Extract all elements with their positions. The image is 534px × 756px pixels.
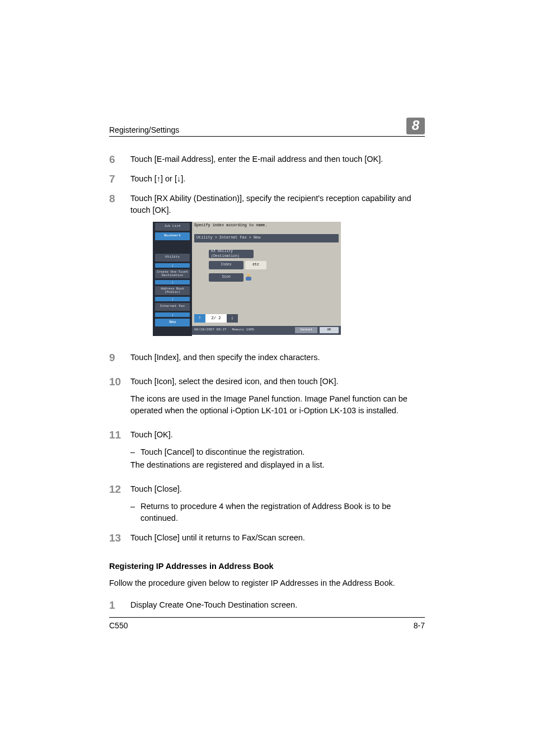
- step-text: Touch [E-mail Address], enter the E-mail…: [130, 153, 425, 165]
- step-number: 7: [109, 173, 130, 186]
- icon-button[interactable]: Icon: [209, 273, 243, 282]
- step-para: The destinations are registered and disp…: [130, 459, 425, 471]
- page-nav: ↑ 2/ 2 ↓: [194, 314, 238, 323]
- device-top-message: Specify index according to name.: [194, 223, 268, 228]
- section-title: Registering/Settings: [109, 125, 179, 134]
- sidebar-job-list[interactable]: Job List: [155, 223, 190, 231]
- device-main: Specify index according to name. Utility…: [192, 222, 341, 335]
- page-down-arrow[interactable]: ↓: [227, 314, 238, 323]
- step-para: Touch [Index], and then specify the inde…: [130, 352, 425, 363]
- step-number: 13: [109, 532, 130, 545]
- step-body: Touch [Index], and then specify the inde…: [130, 352, 425, 369]
- step-1: 1 Display Create One-Touch Destination s…: [109, 599, 425, 612]
- step-8: 8 Touch [RX Ability (Destination)], spec…: [109, 193, 425, 345]
- sub-bullet: Touch [Cancel] to discontinue the regist…: [130, 446, 425, 458]
- step-number: 1: [109, 599, 130, 612]
- step-number: 12: [109, 483, 130, 496]
- step-para: Touch [RX Ability (Destination)], specif…: [130, 193, 425, 216]
- step-para: The icons are used in the Image Panel fu…: [130, 393, 425, 417]
- sidebar-new[interactable]: New: [155, 319, 190, 326]
- device-sidebar: Job List Bookmark Utility ↓ Create One-T…: [153, 222, 192, 336]
- step-para: Touch [Icon], select the desired icon, a…: [130, 376, 425, 388]
- step-7: 7 Touch [↑] or [↓].: [109, 173, 425, 186]
- down-arrow-icon: ↓: [155, 297, 190, 301]
- rx-ability-button[interactable]: RX Ability (Destination): [209, 250, 254, 258]
- footer-page-number: 8-7: [414, 621, 425, 630]
- step-number: 6: [109, 153, 130, 166]
- step-13: 13 Touch [Close] until it returns to Fax…: [109, 532, 425, 549]
- ok-button[interactable]: OK: [320, 327, 339, 333]
- step-number: 8: [109, 193, 130, 206]
- step-6: 6 Touch [E-mail Address], enter the E-ma…: [109, 153, 425, 166]
- step-body: Touch [Close] until it returns to Fax/Sc…: [130, 532, 425, 549]
- step-text: Touch [RX Ability (Destination)], specif…: [130, 193, 425, 345]
- sub-bullet: Returns to procedure 4 when the registra…: [130, 501, 425, 524]
- section-heading: Registering IP Addresses in Address Book: [109, 562, 425, 571]
- down-arrow-icon: ↓: [155, 312, 190, 317]
- section-intro: Follow the procedure given below to regi…: [109, 577, 425, 589]
- step-number: 11: [109, 429, 130, 442]
- page-footer: C550 8-7: [109, 617, 425, 630]
- step-number: 9: [109, 352, 130, 365]
- device-bottom-bar: 09/28/2007 09:27 Memory 100% Cancel OK: [192, 326, 341, 335]
- page-indicator: 2/ 2: [205, 314, 227, 323]
- step-para: Touch [Close].: [130, 483, 425, 495]
- step-text: Touch [↑] or [↓].: [130, 173, 425, 185]
- document-page: Registering/Settings 8 6 Touch [E-mail A…: [0, 0, 534, 756]
- index-button[interactable]: Index: [209, 261, 243, 269]
- device-breadcrumb: Utility > Internet Fax > New: [194, 234, 339, 242]
- person-icon: [245, 274, 252, 281]
- page-header: Registering/Settings 8: [109, 118, 425, 137]
- step-body: Touch [OK]. Touch [Cancel] to discontinu…: [130, 429, 425, 477]
- sidebar-address-book[interactable]: Address Book (Public): [155, 286, 190, 295]
- cancel-button[interactable]: Cancel: [295, 327, 317, 333]
- device-timestamp: 09/28/2007 09:27: [194, 328, 227, 333]
- down-arrow-icon: ↓: [155, 263, 190, 268]
- step-9: 9 Touch [Index], and then specify the in…: [109, 352, 425, 369]
- sidebar-internet-fax[interactable]: Internet Fax: [155, 303, 190, 311]
- chapter-number-badge: 8: [406, 118, 425, 134]
- step-text: Display Create One-Touch Destination scr…: [130, 599, 425, 611]
- device-memory: Memory 100%: [232, 328, 255, 333]
- down-arrow-icon: ↓: [155, 280, 190, 284]
- step-para: Touch [OK].: [130, 429, 425, 441]
- footer-model: C550: [109, 621, 128, 630]
- page-up-arrow[interactable]: ↑: [194, 314, 205, 323]
- device-screenshot: Job List Bookmark Utility ↓ Create One-T…: [153, 222, 341, 335]
- step-para: Touch [Close] until it returns to Fax/Sc…: [130, 532, 425, 544]
- step-body: Touch [Close]. Returns to procedure 4 wh…: [130, 483, 425, 525]
- step-11: 11 Touch [OK]. Touch [Cancel] to discont…: [109, 429, 425, 477]
- step-12: 12 Touch [Close]. Returns to procedure 4…: [109, 483, 425, 525]
- step-number: 10: [109, 376, 130, 389]
- sidebar-create-one-touch[interactable]: Create One-Touch Destination: [155, 269, 190, 278]
- step-10: 10 Touch [Icon], select the desired icon…: [109, 376, 425, 422]
- index-value: etc: [245, 261, 266, 269]
- sidebar-utility[interactable]: Utility: [155, 254, 190, 262]
- step-body: Touch [Icon], select the desired icon, a…: [130, 376, 425, 422]
- sidebar-bookmark[interactable]: Bookmark: [155, 232, 190, 240]
